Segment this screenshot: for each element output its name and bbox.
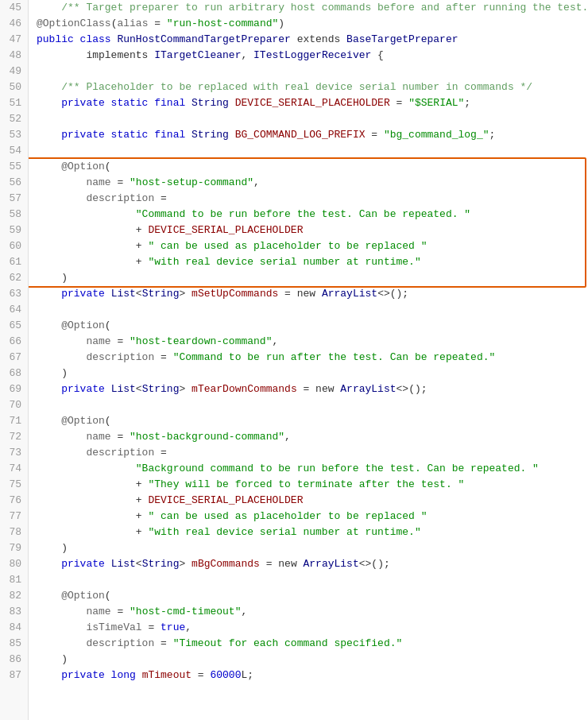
plain-token: extends [291, 33, 346, 45]
plain-token: ( [105, 590, 111, 602]
plain-token: , [272, 335, 278, 347]
plain-token: , [185, 621, 191, 633]
type-token: BaseTargetPreparer [346, 33, 458, 45]
string-token: "host-setup-command" [130, 176, 253, 188]
plain-token: ) [37, 653, 68, 665]
line-number: 65 [6, 318, 21, 334]
plain-token: > [179, 558, 191, 570]
type-token: ITargetCleaner [154, 49, 241, 61]
type-token: ArrayList [304, 558, 359, 570]
plain-token: ) [278, 17, 284, 29]
code-line: ) [37, 366, 588, 381]
plain-token: = [154, 351, 172, 363]
code-line: @Option( [37, 159, 588, 175]
string-token: "with real device serial number at runti… [148, 256, 420, 268]
keyword-token: private [37, 288, 111, 300]
string-token: "host-cmd-timeout" [130, 606, 241, 617]
code-line: ) [37, 270, 588, 286]
variable-token: mTimeout [142, 669, 191, 681]
code-line: private List<String> mTearDownCommands =… [37, 381, 588, 397]
code-line: "Background command to be run before the… [37, 461, 588, 477]
code-line [37, 111, 588, 127]
plain-token: < [136, 383, 142, 395]
line-number: 47 [6, 32, 21, 48]
line-number: 62 [6, 270, 21, 286]
line-number: 83 [6, 604, 21, 620]
plain-token: , [241, 606, 247, 617]
keyword-token: private [37, 383, 111, 395]
code-line: private static final String BG_COMMAND_L… [37, 127, 588, 143]
plain-token: , [253, 176, 260, 188]
plain-token [229, 97, 235, 109]
plain-token: = [111, 176, 130, 188]
plain-token: , [284, 431, 291, 443]
string-token: " can be used as placeholder to be repla… [148, 510, 427, 522]
code-line [37, 397, 588, 413]
code-line: + "They will be forced to terminate afte… [37, 477, 588, 493]
annotation-key-token: description [37, 351, 154, 363]
keyword-token: private [37, 558, 111, 570]
line-number: 58 [6, 207, 21, 223]
annotation-key-token: name [37, 431, 111, 443]
comment-token: /** Placeholder to be replaced with real… [37, 81, 532, 93]
line-number: 82 [6, 588, 21, 604]
code-line [37, 143, 588, 159]
string-token: "with real device serial number at runti… [148, 526, 420, 538]
code-line: description = [37, 445, 588, 461]
code-line: public class RunHostCommandTargetPrepare… [37, 32, 588, 48]
variable-token: DEVICE_SERIAL_PLACEHOLDER [235, 97, 390, 109]
code-line: name = "host-cmd-timeout", [37, 604, 588, 620]
code-line: private List<String> mBgCommands = new A… [37, 556, 588, 572]
code-line: ) [37, 652, 588, 668]
code-line [37, 64, 588, 79]
number-token: 60000 [210, 669, 241, 681]
string-token: "host-background-command" [130, 431, 284, 443]
plain-token: + [37, 510, 148, 522]
type-token: String [191, 129, 229, 141]
plain-token: = [154, 192, 167, 204]
line-number: 69 [6, 381, 21, 397]
plain-token: implements [37, 49, 154, 61]
string-token: "Background command to be run before the… [37, 463, 539, 474]
code-line: + " can be used as placeholder to be rep… [37, 238, 588, 254]
class-token: RunHostCommandTargetPreparer [117, 33, 290, 45]
line-number: 84 [6, 620, 21, 636]
string-token: "Timeout for each command specified." [173, 637, 403, 649]
code-line: + "with real device serial number at run… [37, 525, 588, 540]
line-number: 60 [6, 238, 21, 254]
plain-token: = [148, 17, 166, 29]
string-token: "They will be forced to terminate after … [148, 478, 464, 490]
code-line: + DEVICE_SERIAL_PLACEHOLDER [37, 493, 588, 509]
line-number: 79 [6, 540, 21, 556]
annotation-key-token: description [37, 637, 154, 649]
code-line: description = "Command to be run after t… [37, 350, 588, 366]
comment-token: /** Target preparer to run arbitrary hos… [37, 2, 588, 14]
plain-token: ; [489, 129, 496, 141]
plain-token: + [37, 526, 148, 538]
plain-token: { [371, 49, 384, 61]
line-number: 74 [6, 461, 21, 477]
plain-token: + [37, 478, 148, 490]
keyword-token: true [161, 621, 185, 633]
line-number: 80 [6, 556, 21, 572]
plain-token: ( [105, 319, 111, 331]
type-token: List [111, 383, 136, 395]
type-token: List [111, 558, 136, 570]
type-token: ArrayList [322, 288, 377, 300]
code-content[interactable]: /** Target preparer to run arbitrary hos… [29, 0, 588, 720]
type-token: List [111, 288, 136, 300]
code-line: + DEVICE_SERIAL_PLACEHOLDER [37, 223, 588, 238]
string-token: " can be used as placeholder to be repla… [148, 240, 427, 252]
annotation-key-token: isTimeVal [37, 621, 142, 633]
line-number: 78 [6, 525, 21, 540]
line-numbers: 4546474849505152535455565758596061626364… [0, 0, 29, 720]
type-token: String [142, 558, 180, 570]
plain-token: < [136, 558, 142, 570]
plain-token: <>(); [359, 558, 390, 570]
code-line: isTimeVal = true, [37, 620, 588, 636]
line-number: 68 [6, 366, 21, 381]
annotation-token: @Option [37, 161, 105, 172]
line-number: 66 [6, 334, 21, 350]
annotation-key-token: name [37, 176, 111, 188]
plain-token: = new [260, 558, 304, 570]
